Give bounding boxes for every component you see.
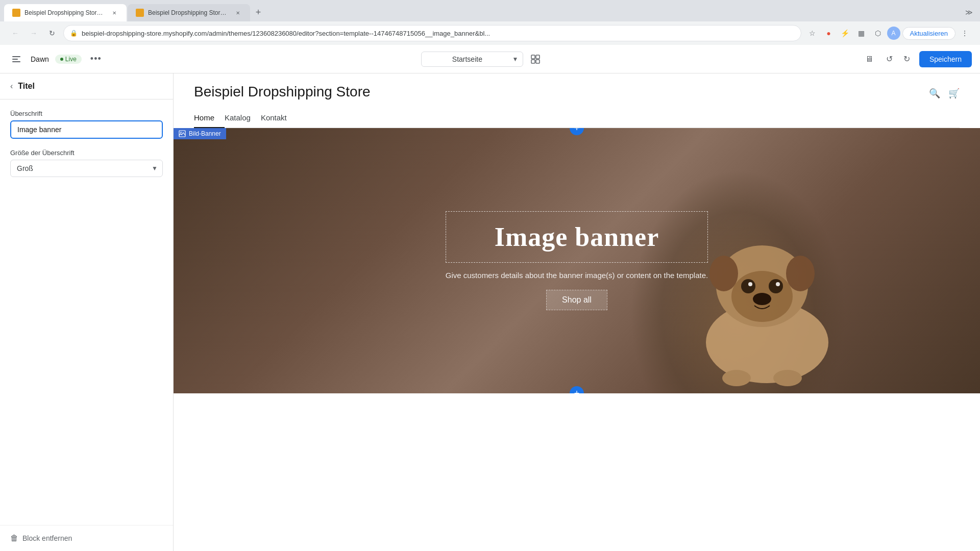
svg-rect-2 — [12, 61, 20, 62]
svg-point-12 — [741, 279, 755, 293]
svg-point-16 — [753, 293, 771, 305]
store-name: Beispiel Dropshipping Store — [194, 84, 371, 100]
panel-body: Überschrift Größe der Überschrift Klein … — [0, 99, 173, 525]
new-tab-button[interactable]: + — [251, 5, 265, 19]
search-icon[interactable]: 🔍 — [929, 88, 940, 99]
panel-back-button[interactable]: ‹ — [10, 82, 13, 91]
delete-block-label: Block entfernen — [22, 534, 72, 542]
store-icons-group: 🔍 🛒 — [929, 88, 960, 99]
preview-iframe: Beispiel Dropshipping Store 🔍 🛒 Home Kat… — [174, 73, 980, 551]
nav-home[interactable]: Home — [194, 108, 225, 128]
nav-katalog[interactable]: Katalog — [225, 108, 261, 128]
cart-icon[interactable]: 🛒 — [948, 88, 960, 99]
banner-subtitle: Give customers details about the banner … — [446, 271, 708, 280]
browser-tab-2[interactable]: Beispiel Dropshipping Store - … ✕ — [128, 4, 250, 21]
uberschrift-input[interactable] — [10, 120, 163, 139]
panel-title: Titel — [18, 82, 35, 91]
tab-title-1: Beispiel Dropshipping Store - D… — [24, 9, 106, 16]
svg-point-14 — [748, 282, 752, 286]
live-status-badge: Live — [55, 55, 82, 64]
svg-rect-1 — [12, 59, 18, 60]
left-panel: ‹ Titel Überschrift Größe der Überschrif… — [0, 73, 174, 551]
app-header: Dawn Live ••• Startseite Katalog Kontakt… — [0, 45, 980, 73]
svg-point-18 — [786, 256, 815, 291]
lock-icon: 🔒 — [70, 30, 78, 37]
page-selector[interactable]: Startseite Katalog Kontakt — [421, 52, 523, 67]
url-text: beispiel-dropshipping-store.myshopify.co… — [82, 30, 795, 37]
reload-button[interactable]: ↻ — [45, 26, 59, 40]
menu-dots-icon[interactable]: ⋮ — [958, 26, 972, 40]
browser-tab-1[interactable]: Beispiel Dropshipping Store - D… ✕ — [4, 4, 127, 21]
save-button[interactable]: Speichern — [919, 51, 972, 67]
banner-section: Bild-Banner — [174, 128, 980, 393]
grosse-select[interactable]: Klein Mittel Groß — [10, 160, 163, 177]
forward-nav-button[interactable]: → — [27, 26, 41, 40]
header-right-actions: 🖥 ↺ ↻ Speichern — [861, 51, 972, 67]
tab-overflow-button[interactable]: ≫ — [962, 5, 976, 19]
tab-favicon-2 — [136, 9, 144, 17]
tab-favicon-1 — [12, 9, 20, 17]
svg-point-17 — [709, 256, 738, 291]
image-icon — [179, 130, 186, 137]
svg-point-15 — [776, 282, 780, 286]
banner-label-text: Bild-Banner — [189, 130, 221, 137]
header-center: Startseite Katalog Kontakt ▼ — [110, 51, 855, 67]
svg-point-19 — [722, 370, 751, 386]
grosse-label: Größe der Überschrift — [10, 149, 163, 157]
store-nav: Home Katalog Kontakt — [194, 108, 960, 128]
browser-toolbar: ← → ↻ 🔒 beispiel-dropshipping-store.mysh… — [0, 21, 980, 45]
preview-wrapper: Bild-Banner — [174, 128, 980, 551]
puzzle-icon[interactable]: ⚡ — [838, 26, 852, 40]
address-bar[interactable]: 🔒 beispiel-dropshipping-store.myshopify.… — [63, 25, 801, 41]
update-button[interactable]: Aktualisieren — [902, 27, 955, 40]
banner-content: Image banner Give customers details abou… — [446, 211, 708, 310]
banner-cta-label: Shop all — [562, 295, 592, 304]
undo-button[interactable]: ↺ — [881, 51, 898, 67]
trash-icon: 🗑 — [10, 534, 18, 543]
svg-point-13 — [769, 279, 783, 293]
svg-rect-4 — [536, 55, 540, 59]
svg-rect-3 — [531, 55, 535, 59]
live-text: Live — [65, 56, 77, 63]
store-header: Beispiel Dropshipping Store 🔍 🛒 Home Kat… — [174, 73, 980, 128]
svg-rect-0 — [12, 56, 20, 57]
app-layout: Dawn Live ••• Startseite Katalog Kontakt… — [0, 45, 980, 551]
uberschrift-label: Überschrift — [10, 110, 163, 117]
sidebar-icon[interactable]: ▦ — [854, 26, 869, 40]
back-nav-button[interactable]: ← — [8, 26, 22, 40]
preview-area: Beispiel Dropshipping Store 🔍 🛒 Home Kat… — [174, 73, 980, 551]
delete-block-button[interactable]: 🗑 Block entfernen — [10, 534, 72, 543]
banner-cta-box[interactable]: Shop all — [546, 290, 607, 310]
main-content: ‹ Titel Überschrift Größe der Überschrif… — [0, 73, 980, 551]
theme-name-label: Dawn — [31, 55, 49, 63]
live-dot — [60, 58, 63, 61]
banner-section-label[interactable]: Bild-Banner — [174, 128, 226, 139]
sidebar-toggle-button[interactable] — [8, 51, 24, 67]
panel-header: ‹ Titel — [0, 73, 173, 99]
desktop-view-button[interactable]: 🖥 — [861, 51, 877, 67]
more-options-button[interactable]: ••• — [88, 51, 104, 67]
redo-button[interactable]: ↻ — [899, 51, 915, 67]
svg-point-8 — [180, 132, 181, 133]
banner-title-box[interactable]: Image banner — [446, 211, 708, 263]
svg-point-20 — [773, 370, 802, 386]
tab-close-2[interactable]: ✕ — [234, 9, 242, 17]
nav-kontakt[interactable]: Kontakt — [261, 108, 297, 128]
bookmark-icon[interactable]: ☆ — [805, 26, 820, 40]
tab-close-1[interactable]: ✕ — [110, 9, 118, 17]
uberschrift-field-group: Überschrift — [10, 110, 163, 139]
grosse-field-group: Größe der Überschrift Klein Mittel Groß … — [10, 149, 163, 177]
svg-rect-6 — [536, 60, 540, 63]
panel-footer: 🗑 Block entfernen — [0, 525, 173, 551]
browser-tabs-bar: Beispiel Dropshipping Store - D… ✕ Beisp… — [0, 0, 980, 21]
browser-chrome: Beispiel Dropshipping Store - D… ✕ Beisp… — [0, 0, 980, 45]
svg-rect-5 — [531, 60, 535, 63]
grid-view-button[interactable] — [527, 51, 544, 67]
screenshot-icon[interactable]: ⬡ — [871, 26, 885, 40]
extensions-icon[interactable]: ● — [822, 26, 836, 40]
tab-title-2: Beispiel Dropshipping Store - … — [148, 9, 230, 16]
banner-title: Image banner — [477, 222, 677, 252]
profile-avatar[interactable]: A — [887, 27, 900, 40]
